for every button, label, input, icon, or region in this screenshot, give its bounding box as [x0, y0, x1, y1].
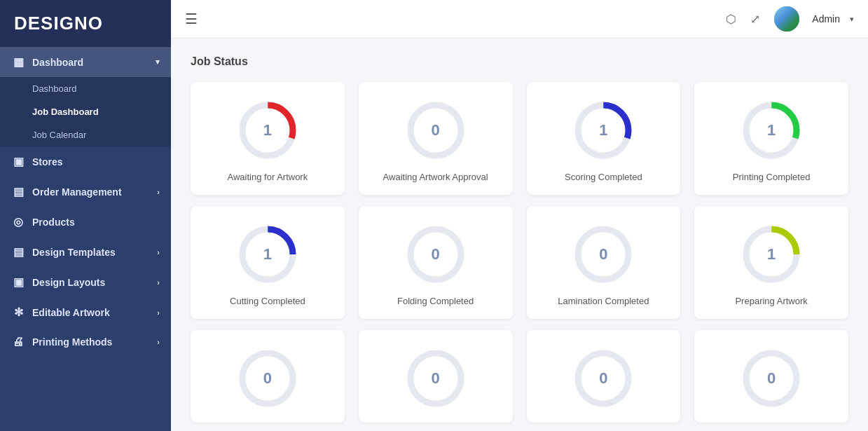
main-content: ☰ ⬡ ⤢ Admin ▾ Job Status 1Awaiting for A…: [171, 0, 868, 431]
topbar: ☰ ⬡ ⤢ Admin ▾: [171, 0, 868, 39]
sidebar-nav: ▦ Dashboard ▾ Dashboard Job Dashboard Jo…: [0, 47, 171, 431]
donut-row2-3: 0: [572, 347, 635, 410]
external-link-icon[interactable]: ⬡: [726, 12, 736, 27]
donut-value-folding-completed: 0: [432, 245, 440, 264]
sidebar-item-editable-artwork[interactable]: ✻ Editable Artwork ›: [0, 297, 171, 327]
sidebar-item-design-templates[interactable]: ▤ Design Templates ›: [0, 237, 171, 267]
donut-row2-2: 0: [404, 347, 467, 410]
avatar[interactable]: [774, 6, 799, 32]
donut-lamination-completed: 0: [572, 223, 635, 286]
design-templates-icon: ▤: [11, 245, 25, 259]
donut-value-scoring-completed: 1: [599, 121, 607, 139]
job-card-awaiting-artwork[interactable]: 1Awaiting for Artwork: [191, 82, 345, 195]
chevron-right-icon: ›: [157, 188, 160, 196]
job-status-grid: 1Awaiting for Artwork 0Awaiting Artwork …: [191, 82, 848, 423]
chevron-down-icon: ▾: [156, 57, 160, 67]
sidebar-item-dashboard-home[interactable]: Dashboard: [0, 77, 171, 100]
job-card-printing-completed[interactable]: 1Printing Completed: [694, 82, 848, 195]
logo: DESIGNO: [0, 0, 171, 47]
sidebar-sub-dashboard: Dashboard Job Dashboard Job Calendar: [0, 77, 171, 146]
donut-printing-completed: 1: [740, 99, 803, 162]
job-card-cutting-completed[interactable]: 1Cutting Completed: [191, 206, 345, 319]
sidebar-item-label: Printing Methods: [32, 336, 112, 348]
job-card-label-cutting-completed: Cutting Completed: [230, 296, 305, 306]
sidebar-item-label: Editable Artwork: [32, 307, 110, 318]
admin-chevron-icon[interactable]: ▾: [850, 15, 854, 24]
donut-value-preparing-artwork: 1: [767, 245, 776, 264]
donut-folding-completed: 0: [404, 223, 467, 286]
printing-icon: 🖨: [11, 336, 25, 348]
sidebar: DESIGNO ▦ Dashboard ▾ Dashboard Job Dash…: [0, 0, 171, 431]
sidebar-item-stores[interactable]: ▣ Stores: [0, 146, 171, 177]
job-card-row2-3[interactable]: 0: [527, 330, 681, 423]
sidebar-item-products[interactable]: ◎ Products: [0, 207, 171, 237]
section-title: Job Status: [191, 55, 848, 68]
job-card-preparing-artwork[interactable]: 1Preparing Artwork: [694, 206, 848, 319]
products-icon: ◎: [11, 215, 25, 228]
job-card-folding-completed[interactable]: 0Folding Completed: [359, 206, 513, 319]
donut-preparing-artwork: 1: [740, 223, 803, 286]
donut-value-row2-2: 0: [432, 369, 440, 388]
donut-value-lamination-completed: 0: [599, 245, 607, 264]
donut-row2-4: 0: [740, 347, 803, 410]
job-card-awaiting-approval[interactable]: 0Awaiting Artwork Approval: [359, 82, 513, 195]
dashboard-icon: ▦: [11, 55, 25, 69]
sidebar-item-order-management[interactable]: ▤ Order Management ›: [0, 177, 171, 207]
design-layouts-icon: ▣: [11, 275, 25, 289]
donut-value-row2-3: 0: [599, 369, 607, 388]
donut-value-printing-completed: 1: [767, 121, 776, 139]
donut-cutting-completed: 1: [236, 223, 299, 286]
chevron-right-icon2: ›: [157, 248, 160, 256]
job-card-label-lamination-completed: Lamination Completed: [558, 296, 649, 306]
donut-row2-1: 0: [236, 347, 299, 410]
donut-value-awaiting-approval: 0: [432, 121, 440, 139]
job-card-row2-2[interactable]: 0: [359, 330, 513, 423]
job-card-lamination-completed[interactable]: 0Lamination Completed: [527, 206, 681, 319]
admin-label: Admin: [812, 13, 840, 25]
fullscreen-icon[interactable]: ⤢: [750, 12, 760, 27]
donut-scoring-completed: 1: [572, 99, 635, 162]
sidebar-item-label: Products: [32, 217, 75, 228]
job-card-label-printing-completed: Printing Completed: [733, 172, 811, 182]
stores-icon: ▣: [11, 155, 25, 168]
chevron-right-icon4: ›: [157, 308, 160, 317]
chevron-right-icon3: ›: [157, 278, 160, 287]
sidebar-item-printing-methods[interactable]: 🖨 Printing Methods ›: [0, 327, 171, 357]
order-icon: ▤: [11, 185, 25, 198]
job-card-scoring-completed[interactable]: 1Scoring Completed: [527, 82, 681, 195]
job-card-label-awaiting-artwork: Awaiting for Artwork: [228, 172, 308, 182]
sidebar-item-job-calendar[interactable]: Job Calendar: [0, 123, 171, 146]
content-area: Job Status 1Awaiting for Artwork 0Awaiti…: [171, 39, 868, 431]
job-card-label-preparing-artwork: Preparing Artwork: [735, 296, 807, 306]
menu-toggle-icon[interactable]: ☰: [185, 11, 198, 27]
donut-value-cutting-completed: 1: [263, 245, 272, 264]
sidebar-item-dashboard[interactable]: ▦ Dashboard ▾: [0, 47, 171, 77]
avatar-image: [774, 6, 799, 32]
job-card-label-folding-completed: Folding Completed: [397, 296, 474, 306]
editable-artwork-icon: ✻: [11, 306, 25, 319]
sidebar-item-job-dashboard[interactable]: Job Dashboard: [0, 100, 171, 123]
job-card-row2-4[interactable]: 0: [694, 330, 848, 423]
sidebar-item-label: Stores: [32, 156, 63, 167]
sidebar-item-label: Dashboard: [32, 57, 83, 68]
donut-awaiting-approval: 0: [404, 99, 467, 162]
chevron-right-icon5: ›: [157, 338, 160, 346]
sidebar-item-label: Design Templates: [32, 247, 116, 258]
job-card-label-awaiting-approval: Awaiting Artwork Approval: [383, 172, 488, 182]
sidebar-item-label: Design Layouts: [32, 277, 105, 288]
job-card-row2-1[interactable]: 0: [191, 330, 345, 423]
donut-awaiting-artwork: 1: [236, 99, 299, 162]
donut-value-row2-1: 0: [263, 369, 272, 388]
sidebar-item-label: Order Management: [32, 186, 122, 198]
job-card-label-scoring-completed: Scoring Completed: [565, 172, 642, 182]
donut-value-row2-4: 0: [767, 369, 776, 388]
sidebar-item-design-layouts[interactable]: ▣ Design Layouts ›: [0, 267, 171, 297]
donut-value-awaiting-artwork: 1: [263, 121, 272, 139]
